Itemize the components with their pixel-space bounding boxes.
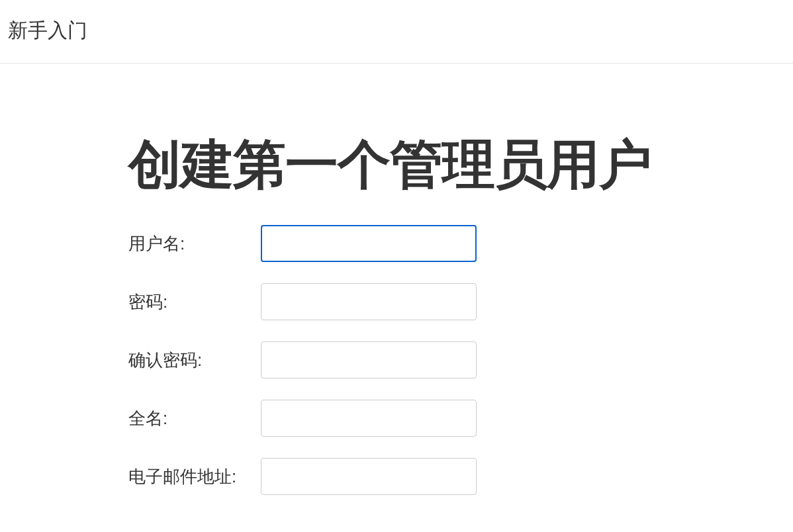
confirm-password-label: 确认密码: xyxy=(128,349,261,372)
form-row-fullname: 全名: xyxy=(128,400,793,437)
email-label: 电子邮件地址: xyxy=(128,465,261,488)
page-heading: 创建第一个管理员用户 xyxy=(128,130,793,201)
password-input[interactable] xyxy=(261,283,477,320)
username-input[interactable] xyxy=(261,225,477,262)
admin-user-form: 用户名: 密码: 确认密码: 全名: 电子邮件地址: xyxy=(128,221,793,495)
confirm-password-input[interactable] xyxy=(261,341,477,378)
username-label: 用户名: xyxy=(128,232,261,255)
fullname-input[interactable] xyxy=(261,400,477,437)
header-title: 新手入门 xyxy=(8,17,785,44)
fullname-label: 全名: xyxy=(128,407,261,430)
password-label: 密码: xyxy=(128,290,261,314)
form-row-confirm-password: 确认密码: xyxy=(128,341,793,378)
form-row-email: 电子邮件地址: xyxy=(128,458,793,495)
form-row-password: 密码: xyxy=(128,283,793,320)
page-header: 新手入门 xyxy=(0,0,793,64)
email-input[interactable] xyxy=(261,458,477,495)
main-content: 创建第一个管理员用户 用户名: 密码: 确认密码: 全名: 电子邮件地址: xyxy=(0,64,793,495)
form-row-username: 用户名: xyxy=(128,225,793,262)
